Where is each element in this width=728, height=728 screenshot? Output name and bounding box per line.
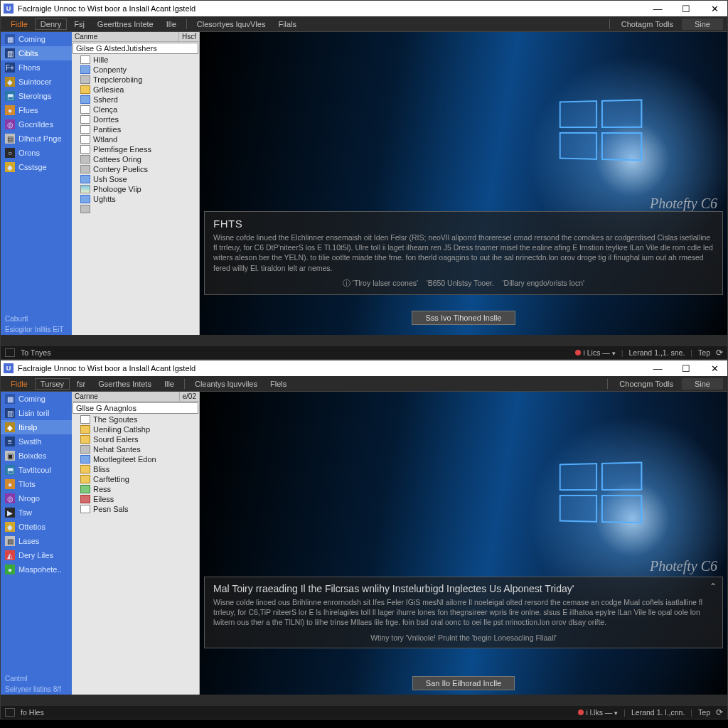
nav-item[interactable]: ◭Dery Liles	[1, 548, 72, 562]
panel-linkline[interactable]: Wtiny tory 'Vnlloole! Prulnt the 'begin …	[213, 633, 714, 642]
nav-item[interactable]: ●Ffues	[1, 103, 72, 117]
tree-node[interactable]: Contery Puelics	[72, 164, 199, 174]
tree-col-right[interactable]: Hscf	[179, 32, 199, 41]
status-top[interactable]: Tep	[698, 708, 710, 717]
nav-item[interactable]: ▥Ciblts	[1, 46, 72, 60]
tree-node[interactable]: Grllesiea	[72, 85, 199, 95]
tree-node[interactable]: Ress	[72, 484, 199, 494]
menu-tools[interactable]: Chotagm Todls	[614, 18, 680, 30]
nav-item[interactable]: ▤Lases	[1, 534, 72, 548]
menu-boxed[interactable]: Tursey	[35, 378, 70, 390]
tree-node[interactable]: Bliss	[72, 464, 199, 474]
primary-action-button[interactable]: San Ilo Eilhorad Inclle	[412, 676, 515, 690]
nav-item[interactable]: ▣Boixdes	[1, 449, 72, 463]
nav-item[interactable]: ◆Suintocer	[1, 75, 72, 89]
status-likes[interactable]: i l.lks — ▾	[578, 708, 619, 717]
tree-node[interactable]: Cattees Oring	[72, 154, 199, 164]
nav-item[interactable]: ◆Itirslp	[1, 420, 72, 434]
nav-item[interactable]: ▦Coming	[1, 32, 72, 46]
status-box-icon[interactable]	[5, 708, 15, 717]
status-box-icon[interactable]	[5, 348, 15, 357]
tree-node[interactable]: Ssherd	[72, 95, 199, 105]
nav-item[interactable]: ▶Tsw	[1, 505, 72, 520]
menu-item[interactable]: fsr	[71, 378, 91, 390]
tree-node[interactable]: Pesn Sals	[72, 504, 199, 514]
titlebar[interactable]: U Faclraigle Unnoc to Wist boor a Inslal…	[1, 360, 727, 376]
link-prev[interactable]: ⓘ 'Tlroy lalser coones'	[343, 279, 418, 287]
nav-item[interactable]: ◆Csstsge	[1, 160, 72, 174]
tree-node[interactable]	[72, 204, 199, 214]
menu-file[interactable]: Fidle	[5, 18, 33, 30]
link-end[interactable]: 'Dillary engdo/orists locn'	[503, 279, 584, 287]
menu-item[interactable]: Fsj	[68, 18, 90, 30]
menu-tools[interactable]: Chocngm Todls	[612, 378, 680, 390]
menu-sine[interactable]: Sine	[682, 378, 723, 390]
nav-item[interactable]: ⬒Tavtitcoul	[1, 463, 72, 477]
tree-col-name[interactable]: Carnne	[72, 392, 180, 401]
tree-node[interactable]: Ughtts	[72, 194, 199, 204]
tree-node[interactable]: Clença	[72, 105, 199, 114]
tree-node[interactable]: Trepclerobiing	[72, 75, 199, 85]
tree-node[interactable]: Pholooge Viip	[72, 184, 199, 194]
nav-item[interactable]: ⬒Sterolngs	[1, 89, 72, 103]
tree-node[interactable]: The Sgoutes	[72, 414, 199, 424]
primary-action-button[interactable]: Sss Ivo Tihoned Inslle	[412, 311, 515, 325]
maximize-button[interactable]: ☐	[676, 363, 696, 374]
menu-item[interactable]: Filals	[272, 18, 302, 30]
tree-node[interactable]: Ush Sose	[72, 174, 199, 184]
titlebar[interactable]: U Faclraigle Unnoc to Wist boor a Inslal…	[1, 1, 727, 16]
nav-item[interactable]: ▦Coming	[1, 392, 72, 406]
nav-item[interactable]: F+Fhons	[1, 60, 72, 75]
folder-icon	[80, 85, 90, 94]
item-icon	[80, 155, 90, 164]
menu-item[interactable]: Geerttnes Intete	[92, 18, 159, 30]
tree-node[interactable]: Sourd Ealers	[72, 434, 199, 444]
tree-node[interactable]: Eiless	[72, 494, 199, 504]
nav-item[interactable]: ◆Ottetios	[1, 520, 72, 534]
menu-item[interactable]: Gserthes Intets	[92, 378, 157, 390]
minimize-button[interactable]: ―	[648, 363, 668, 374]
windows-logo-icon	[560, 461, 643, 523]
collapse-icon[interactable]: ⌃	[710, 582, 717, 592]
tree-col-name[interactable]: Canme	[72, 32, 179, 41]
tree-col-right[interactable]: e/02	[180, 392, 199, 401]
menu-sine[interactable]: Sine	[682, 18, 723, 30]
nav-item[interactable]: ▥Lisin toril	[1, 406, 72, 420]
menu-item[interactable]: Flels	[264, 378, 292, 390]
close-button[interactable]: ✕	[705, 4, 724, 14]
tree-node[interactable]: Carftetting	[72, 474, 199, 484]
menu-file[interactable]: Fidle	[5, 378, 33, 390]
nav-item[interactable]: ◎Gocnlldes	[1, 117, 72, 132]
tree-node[interactable]: Conpenty	[72, 65, 199, 75]
tree-node[interactable]: Mootlegiteet Edon	[72, 454, 199, 464]
status-likes[interactable]: i Lics — ▾	[575, 348, 616, 357]
tree-root[interactable]: Gilse G AlstedJutishers	[73, 43, 198, 54]
maximize-button[interactable]: ☐	[676, 4, 696, 14]
refresh-icon[interactable]: ⟳	[716, 348, 723, 358]
tree-node[interactable]: Dorrtes	[72, 114, 199, 124]
refresh-icon[interactable]: ⟳	[716, 707, 723, 717]
menu-item[interactable]: Clesortyes lquvVles	[191, 18, 272, 30]
link-mid[interactable]: 'B650 Unlstsy Tooer.	[427, 279, 494, 287]
nav-item[interactable]: ●Tlots	[1, 477, 72, 491]
tree-node[interactable]: Hille	[72, 55, 199, 65]
menu-boxed[interactable]: Denry	[35, 18, 67, 30]
tree-root[interactable]: Gllse G Anagnlos	[73, 402, 198, 414]
close-button[interactable]: ✕	[705, 363, 724, 374]
minimize-button[interactable]: ―	[648, 4, 668, 14]
nav-item[interactable]: ○Orons	[1, 146, 72, 160]
menu-item[interactable]: Ille	[159, 378, 180, 390]
tree-node[interactable]: Wtland	[72, 134, 199, 144]
tree-node[interactable]: Pantiies	[72, 124, 199, 134]
tree-node[interactable]: Plemfisge Eness	[72, 144, 199, 154]
menu-item[interactable]: Ille	[161, 18, 182, 30]
status-top[interactable]: Tep	[698, 348, 710, 357]
tree-label: Grllesiea	[93, 85, 124, 94]
nav-item[interactable]: ●Maspohete..	[1, 562, 72, 577]
menu-item[interactable]: Cleantys lquvviles	[189, 378, 263, 390]
nav-item[interactable]: ◎Nrogo	[1, 491, 72, 505]
tree-node[interactable]: Ueniling Catlshp	[72, 424, 199, 434]
tree-node[interactable]: Nehat Santes	[72, 444, 199, 454]
nav-item[interactable]: ≡Swstlh	[1, 434, 72, 449]
nav-item[interactable]: ▤Dlheut Pnge	[1, 132, 72, 146]
